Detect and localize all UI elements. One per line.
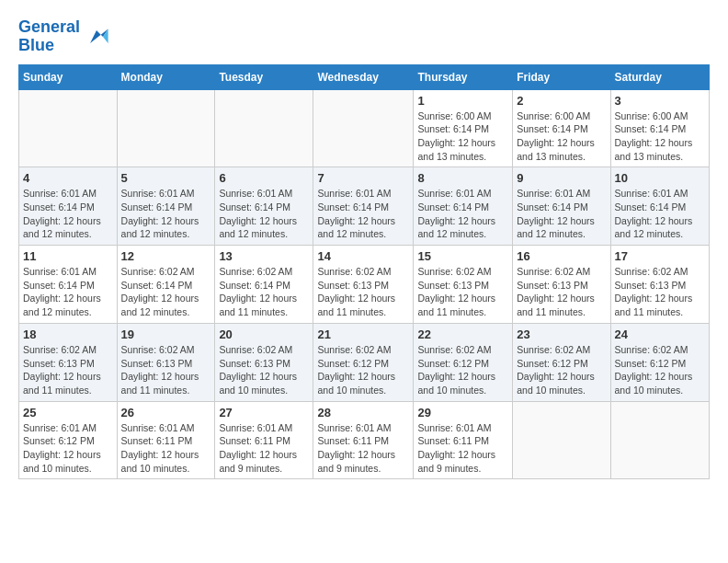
calendar-cell: 14Sunrise: 6:02 AM Sunset: 6:13 PM Dayli… xyxy=(313,246,414,324)
day-info: Sunrise: 6:01 AM Sunset: 6:14 PM Dayligh… xyxy=(23,187,113,241)
calendar-cell: 29Sunrise: 6:01 AM Sunset: 6:11 PM Dayli… xyxy=(414,401,513,479)
day-info: Sunrise: 6:01 AM Sunset: 6:14 PM Dayligh… xyxy=(417,187,508,241)
day-info: Sunrise: 6:02 AM Sunset: 6:14 PM Dayligh… xyxy=(219,265,309,319)
logo-blue: Blue xyxy=(18,36,54,54)
calendar-cell: 23Sunrise: 6:02 AM Sunset: 6:12 PM Dayli… xyxy=(513,323,610,401)
day-number: 17 xyxy=(615,249,705,263)
page-header: General Blue xyxy=(18,18,710,55)
day-number: 21 xyxy=(317,327,409,341)
weekday-header: Wednesday xyxy=(313,64,414,89)
calendar-cell xyxy=(19,89,118,167)
day-info: Sunrise: 6:02 AM Sunset: 6:12 PM Dayligh… xyxy=(417,343,508,397)
weekday-header: Tuesday xyxy=(215,64,313,89)
calendar-cell: 21Sunrise: 6:02 AM Sunset: 6:12 PM Dayli… xyxy=(313,323,414,401)
day-number: 29 xyxy=(417,406,508,419)
calendar-cell: 7Sunrise: 6:01 AM Sunset: 6:14 PM Daylig… xyxy=(313,167,414,246)
day-info: Sunrise: 6:01 AM Sunset: 6:11 PM Dayligh… xyxy=(219,421,309,476)
day-info: Sunrise: 6:02 AM Sunset: 6:12 PM Dayligh… xyxy=(615,343,705,397)
calendar-cell: 25Sunrise: 6:01 AM Sunset: 6:12 PM Dayli… xyxy=(19,401,118,479)
day-number: 8 xyxy=(417,171,508,185)
calendar-cell: 13Sunrise: 6:02 AM Sunset: 6:14 PM Dayli… xyxy=(215,246,313,324)
day-info: Sunrise: 6:01 AM Sunset: 6:12 PM Dayligh… xyxy=(23,421,113,476)
logo-general: General xyxy=(18,17,80,36)
calendar-cell: 22Sunrise: 6:02 AM Sunset: 6:12 PM Dayli… xyxy=(414,323,513,401)
day-number: 26 xyxy=(121,406,211,419)
day-info: Sunrise: 6:02 AM Sunset: 6:12 PM Dayligh… xyxy=(317,343,409,397)
calendar-cell xyxy=(117,89,215,167)
day-number: 9 xyxy=(517,171,606,185)
calendar-cell: 19Sunrise: 6:02 AM Sunset: 6:13 PM Dayli… xyxy=(117,323,215,401)
day-info: Sunrise: 6:02 AM Sunset: 6:13 PM Dayligh… xyxy=(219,343,309,397)
calendar-cell: 6Sunrise: 6:01 AM Sunset: 6:14 PM Daylig… xyxy=(215,167,313,246)
calendar-week-row: 11Sunrise: 6:01 AM Sunset: 6:14 PM Dayli… xyxy=(19,246,710,324)
calendar-cell: 27Sunrise: 6:01 AM Sunset: 6:11 PM Dayli… xyxy=(215,401,313,479)
calendar-week-row: 4Sunrise: 6:01 AM Sunset: 6:14 PM Daylig… xyxy=(19,167,710,246)
weekday-header: Monday xyxy=(117,64,215,89)
calendar-cell: 17Sunrise: 6:02 AM Sunset: 6:13 PM Dayli… xyxy=(610,246,709,324)
calendar-cell: 15Sunrise: 6:02 AM Sunset: 6:13 PM Dayli… xyxy=(414,246,513,324)
day-info: Sunrise: 6:02 AM Sunset: 6:13 PM Dayligh… xyxy=(317,265,409,319)
calendar-cell: 18Sunrise: 6:02 AM Sunset: 6:13 PM Dayli… xyxy=(19,323,118,401)
logo-icon xyxy=(84,24,109,50)
day-number: 16 xyxy=(517,249,606,263)
calendar-week-row: 18Sunrise: 6:02 AM Sunset: 6:13 PM Dayli… xyxy=(19,323,710,401)
calendar-cell: 4Sunrise: 6:01 AM Sunset: 6:14 PM Daylig… xyxy=(19,167,118,246)
day-info: Sunrise: 6:00 AM Sunset: 6:14 PM Dayligh… xyxy=(615,109,705,164)
calendar-cell: 24Sunrise: 6:02 AM Sunset: 6:12 PM Dayli… xyxy=(610,323,709,401)
calendar-table: SundayMondayTuesdayWednesdayThursdayFrid… xyxy=(18,64,710,480)
day-info: Sunrise: 6:02 AM Sunset: 6:13 PM Dayligh… xyxy=(517,265,606,319)
calendar-week-row: 1Sunrise: 6:00 AM Sunset: 6:14 PM Daylig… xyxy=(19,89,710,167)
day-info: Sunrise: 6:01 AM Sunset: 6:11 PM Dayligh… xyxy=(417,421,508,476)
day-info: Sunrise: 6:02 AM Sunset: 6:13 PM Dayligh… xyxy=(23,343,113,397)
calendar-cell: 5Sunrise: 6:01 AM Sunset: 6:14 PM Daylig… xyxy=(117,167,215,246)
logo-text: General Blue xyxy=(18,18,80,55)
calendar-body: 1Sunrise: 6:00 AM Sunset: 6:14 PM Daylig… xyxy=(19,89,710,479)
weekday-header: Saturday xyxy=(610,64,709,89)
calendar-cell: 12Sunrise: 6:02 AM Sunset: 6:14 PM Dayli… xyxy=(117,246,215,324)
day-number: 2 xyxy=(517,94,606,108)
day-info: Sunrise: 6:01 AM Sunset: 6:14 PM Dayligh… xyxy=(23,265,113,319)
weekday-header: Friday xyxy=(513,64,610,89)
calendar-cell: 28Sunrise: 6:01 AM Sunset: 6:11 PM Dayli… xyxy=(313,401,414,479)
day-number: 4 xyxy=(23,171,113,185)
day-info: Sunrise: 6:01 AM Sunset: 6:11 PM Dayligh… xyxy=(317,421,409,476)
day-number: 14 xyxy=(317,249,409,263)
calendar-cell xyxy=(513,401,610,479)
calendar-cell xyxy=(313,89,414,167)
day-number: 18 xyxy=(23,327,113,341)
day-number: 25 xyxy=(23,406,113,419)
calendar-cell: 1Sunrise: 6:00 AM Sunset: 6:14 PM Daylig… xyxy=(414,89,513,167)
calendar-cell xyxy=(610,401,709,479)
day-info: Sunrise: 6:01 AM Sunset: 6:11 PM Dayligh… xyxy=(121,421,211,476)
calendar-cell: 20Sunrise: 6:02 AM Sunset: 6:13 PM Dayli… xyxy=(215,323,313,401)
calendar-cell: 11Sunrise: 6:01 AM Sunset: 6:14 PM Dayli… xyxy=(19,246,118,324)
calendar-week-row: 25Sunrise: 6:01 AM Sunset: 6:12 PM Dayli… xyxy=(19,401,710,479)
day-info: Sunrise: 6:01 AM Sunset: 6:14 PM Dayligh… xyxy=(121,187,211,241)
day-number: 10 xyxy=(615,171,705,185)
day-info: Sunrise: 6:01 AM Sunset: 6:14 PM Dayligh… xyxy=(615,187,705,241)
logo: General Blue xyxy=(18,18,109,55)
day-number: 22 xyxy=(417,327,508,341)
day-number: 12 xyxy=(121,249,211,263)
weekday-row: SundayMondayTuesdayWednesdayThursdayFrid… xyxy=(19,64,710,89)
calendar-cell: 3Sunrise: 6:00 AM Sunset: 6:14 PM Daylig… xyxy=(610,89,709,167)
day-info: Sunrise: 6:01 AM Sunset: 6:14 PM Dayligh… xyxy=(517,187,606,241)
day-number: 5 xyxy=(121,171,211,185)
day-info: Sunrise: 6:00 AM Sunset: 6:14 PM Dayligh… xyxy=(517,109,606,164)
day-number: 3 xyxy=(615,94,705,108)
calendar-cell: 9Sunrise: 6:01 AM Sunset: 6:14 PM Daylig… xyxy=(513,167,610,246)
day-number: 23 xyxy=(517,327,606,341)
day-number: 13 xyxy=(219,249,309,263)
day-number: 20 xyxy=(219,327,309,341)
calendar-header: SundayMondayTuesdayWednesdayThursdayFrid… xyxy=(19,64,710,89)
day-info: Sunrise: 6:02 AM Sunset: 6:13 PM Dayligh… xyxy=(121,343,211,397)
calendar-cell: 8Sunrise: 6:01 AM Sunset: 6:14 PM Daylig… xyxy=(414,167,513,246)
day-info: Sunrise: 6:00 AM Sunset: 6:14 PM Dayligh… xyxy=(417,109,508,164)
day-info: Sunrise: 6:01 AM Sunset: 6:14 PM Dayligh… xyxy=(219,187,309,241)
day-info: Sunrise: 6:02 AM Sunset: 6:12 PM Dayligh… xyxy=(517,343,606,397)
weekday-header: Thursday xyxy=(414,64,513,89)
calendar-cell: 16Sunrise: 6:02 AM Sunset: 6:13 PM Dayli… xyxy=(513,246,610,324)
day-number: 28 xyxy=(317,406,409,419)
day-number: 11 xyxy=(23,249,113,263)
calendar-cell: 26Sunrise: 6:01 AM Sunset: 6:11 PM Dayli… xyxy=(117,401,215,479)
